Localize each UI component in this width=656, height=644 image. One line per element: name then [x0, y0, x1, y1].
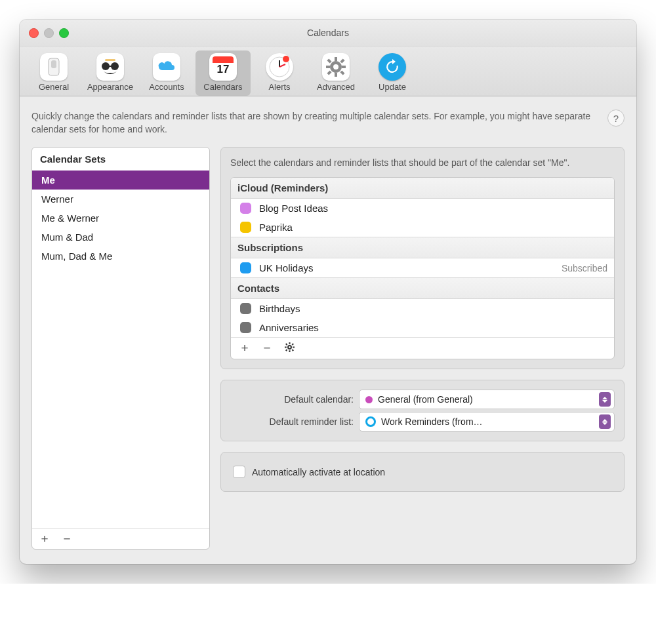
- content-area: Quickly change the calendars and reminde…: [20, 96, 636, 564]
- section-header: Contacts: [231, 277, 614, 299]
- svg-rect-24: [285, 347, 287, 348]
- appearance-icon: [96, 53, 124, 81]
- svg-point-11: [333, 64, 338, 70]
- default-reminder-select[interactable]: Work Reminders (from…: [359, 412, 615, 432]
- gear-icon: [284, 342, 295, 353]
- svg-rect-28: [291, 343, 293, 345]
- sets-list: Me Werner Me & Werner Mum & Dad Mum, Dad…: [32, 171, 209, 528]
- svg-rect-17: [340, 70, 344, 75]
- location-label: Automatically activate at location: [252, 467, 385, 477]
- tab-label: Appearance: [87, 82, 133, 92]
- list-item-label: Anniversaries: [259, 322, 607, 333]
- color-swatch: [240, 203, 251, 214]
- select-value: General (from General): [378, 394, 594, 405]
- tab-update[interactable]: Update: [365, 50, 420, 96]
- svg-rect-15: [342, 66, 346, 68]
- color-ring: [365, 416, 376, 427]
- svg-rect-1: [51, 60, 56, 68]
- svg-rect-27: [291, 350, 293, 352]
- calendar-icon: 17: [209, 53, 237, 81]
- section-header: iCloud (Reminders): [231, 178, 614, 199]
- tab-advanced[interactable]: Advanced: [308, 50, 363, 96]
- checkbox-unchecked[interactable]: [233, 466, 245, 478]
- calendar-list: iCloud (Reminders) Blog Post Ideas Papri…: [230, 177, 615, 359]
- titlebar: Calendars: [20, 20, 636, 47]
- remove-calendar-button[interactable]: −: [260, 342, 274, 355]
- color-swatch: [240, 222, 251, 233]
- list-item[interactable]: UK Holidays Subscribed: [231, 258, 614, 277]
- tab-label: Update: [379, 82, 406, 92]
- set-detail-column: Select the calendars and reminder lists …: [220, 147, 625, 493]
- set-item[interactable]: Me & Werner: [32, 209, 209, 228]
- add-set-button[interactable]: +: [37, 533, 52, 545]
- list-item-label: Paprika: [259, 222, 607, 233]
- list-item[interactable]: Blog Post Ideas: [231, 199, 614, 218]
- tab-alerts[interactable]: Alerts: [252, 50, 307, 96]
- set-item[interactable]: Mum & Dad: [32, 228, 209, 247]
- tab-label: General: [39, 82, 69, 92]
- chevron-updown-icon: [599, 414, 611, 429]
- color-swatch: [240, 303, 251, 314]
- svg-rect-14: [326, 66, 330, 68]
- tab-accounts[interactable]: Accounts: [139, 50, 194, 96]
- svg-rect-26: [285, 343, 287, 345]
- accounts-icon: [153, 53, 180, 81]
- svg-rect-18: [340, 58, 344, 63]
- list-item-label: Birthdays: [259, 303, 607, 314]
- svg-rect-23: [289, 350, 290, 352]
- section-header: Subscriptions: [231, 237, 614, 258]
- sets-footer: + −: [32, 528, 209, 549]
- svg-rect-29: [285, 350, 287, 352]
- list-item[interactable]: Birthdays: [231, 299, 614, 318]
- color-dot: [365, 396, 373, 403]
- update-icon: [379, 53, 406, 81]
- tab-appearance[interactable]: Appearance: [83, 50, 138, 96]
- location-checkbox-row[interactable]: Automatically activate at location: [230, 462, 615, 482]
- preferences-toolbar: General Appearance Accounts 17: [20, 47, 636, 96]
- defaults-panel: Default calendar: General (from General)…: [220, 380, 625, 441]
- general-icon: [40, 53, 68, 81]
- help-button[interactable]: ?: [607, 110, 625, 127]
- tab-general[interactable]: General: [26, 50, 81, 96]
- default-calendar-select[interactable]: General (from General): [359, 390, 615, 409]
- svg-point-21: [289, 346, 291, 348]
- chevron-updown-icon: [599, 392, 611, 407]
- list-item-label: UK Holidays: [259, 262, 554, 273]
- svg-rect-25: [293, 347, 295, 348]
- svg-rect-19: [327, 70, 331, 75]
- location-panel: Automatically activate at location: [220, 452, 625, 492]
- tab-label: Advanced: [317, 82, 355, 92]
- window-title: Calendars: [20, 28, 636, 38]
- preferences-window: Calendars General Appearance: [20, 20, 636, 564]
- set-item[interactable]: Mum, Dad & Me: [32, 247, 209, 266]
- svg-rect-22: [289, 342, 290, 344]
- svg-rect-13: [335, 73, 337, 77]
- list-item[interactable]: Anniversaries: [231, 318, 614, 337]
- add-calendar-button[interactable]: +: [237, 342, 252, 355]
- sets-header: Calendar Sets: [32, 148, 209, 171]
- detail-intro: Select the calendars and reminder lists …: [230, 157, 615, 170]
- gear-icon: [322, 53, 350, 81]
- remove-set-button[interactable]: −: [60, 533, 74, 545]
- list-item[interactable]: Paprika: [231, 218, 614, 237]
- calendar-settings-button[interactable]: [282, 342, 297, 355]
- set-item-me[interactable]: Me: [32, 171, 209, 190]
- set-item[interactable]: Werner: [32, 190, 209, 209]
- intro-text: Quickly change the calendars and reminde…: [31, 110, 597, 136]
- tab-label: Accounts: [149, 82, 184, 92]
- alerts-icon: [266, 53, 293, 81]
- default-reminder-label: Default reminder list:: [230, 416, 354, 427]
- color-swatch: [240, 262, 251, 273]
- tab-calendars[interactable]: 17 Calendars: [195, 50, 251, 96]
- svg-rect-12: [335, 57, 337, 61]
- tab-label: Alerts: [268, 82, 290, 92]
- calendar-selection-panel: Select the calendars and reminder lists …: [220, 147, 625, 370]
- svg-rect-4: [108, 66, 112, 67]
- calendar-sets-panel: Calendar Sets Me Werner Me & Werner Mum …: [31, 147, 210, 550]
- svg-point-9: [283, 56, 289, 62]
- list-item-label: Blog Post Ideas: [259, 203, 607, 214]
- color-swatch: [240, 322, 251, 333]
- calendar-list-footer: + −: [231, 337, 614, 359]
- svg-rect-5: [105, 59, 115, 61]
- svg-rect-16: [327, 58, 331, 63]
